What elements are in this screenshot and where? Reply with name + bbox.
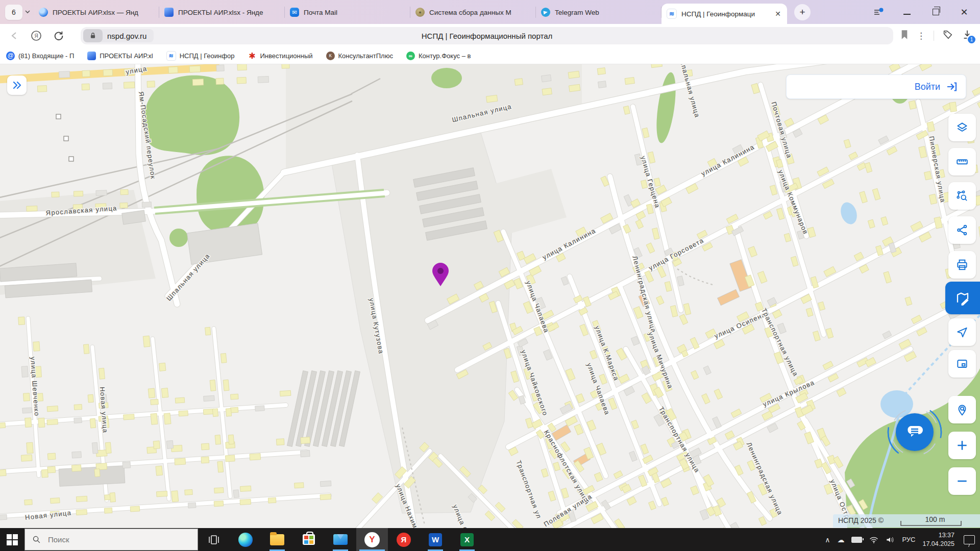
zoom-out-button[interactable] bbox=[948, 467, 976, 495]
start-button[interactable] bbox=[0, 528, 24, 551]
tab-label: ПРОЕКТЫ АИР.xlsx - Янде bbox=[178, 9, 280, 16]
bookmark-invest[interactable]: ✱Инвестиционный bbox=[248, 52, 312, 60]
collections-tag-icon[interactable] bbox=[942, 29, 953, 42]
kontur-icon: ∞ bbox=[406, 52, 415, 60]
taskbar-search[interactable] bbox=[24, 529, 198, 550]
yandex-app-icon[interactable]: Я bbox=[388, 528, 420, 551]
new-tab-button[interactable]: + bbox=[794, 4, 811, 20]
document-favicon bbox=[164, 8, 174, 17]
overview-frame-button[interactable] bbox=[948, 350, 976, 378]
window-controls: ✕ bbox=[873, 0, 980, 24]
mailru-at-icon: @ bbox=[6, 52, 15, 60]
bookmarks-bar: @(81) Входящие - П ПРОЕКТЫ АИР.xl ≋НСПД … bbox=[0, 47, 980, 64]
chat-bubble-icon bbox=[904, 422, 925, 442]
tab-label: ПРОЕКТЫ АИР.xlsx — Янд bbox=[53, 9, 154, 16]
telegram-favicon bbox=[541, 8, 550, 17]
bookmark-mailru[interactable]: @(81) Входящие - П bbox=[6, 52, 74, 60]
tab-label: Telegram Web bbox=[555, 9, 656, 16]
yandex-home-icon[interactable]: Я bbox=[29, 28, 44, 43]
nspd-favicon: ≋ bbox=[667, 9, 677, 19]
tab-projects-2[interactable]: ПРОЕКТЫ АИР.xlsx - Янде bbox=[159, 1, 285, 24]
coat-of-arms-favicon: ✶ bbox=[415, 8, 425, 17]
downloads-icon[interactable]: 1 bbox=[962, 29, 973, 42]
bookmark-label: Контур.Фокус – в bbox=[419, 52, 471, 60]
bookmark-label: ПРОЕКТЫ АИР.xl bbox=[100, 52, 153, 60]
tab-panel-icon[interactable] bbox=[873, 7, 884, 18]
tab-data-system[interactable]: ✶ Система сбора данных М bbox=[410, 1, 536, 24]
map-render: улицаЯм-Посадский переулокЯрославская ул… bbox=[0, 64, 980, 528]
ruler-button[interactable] bbox=[948, 148, 976, 176]
map-footer: НСПД 2025 © 100 m bbox=[833, 514, 980, 528]
object-search-button[interactable] bbox=[948, 182, 976, 210]
action-center-icon[interactable] bbox=[964, 535, 975, 544]
share-button[interactable] bbox=[948, 216, 976, 244]
tab-mail[interactable]: ✉ Почта Mail bbox=[285, 1, 410, 24]
bookmark-consultant[interactable]: ККонсультантПлюс bbox=[326, 52, 393, 60]
divider bbox=[934, 31, 934, 41]
language-indicator[interactable]: РУС bbox=[902, 536, 915, 543]
desktop: 6 ПРОЕКТЫ АИР.xlsx — Янд ПРОЕКТЫ АИР.xls… bbox=[0, 0, 980, 551]
maximize-button[interactable] bbox=[930, 7, 941, 18]
onedrive-icon[interactable]: ☁ bbox=[837, 536, 844, 544]
more-menu-icon[interactable]: ⋮ bbox=[917, 31, 925, 41]
print-button[interactable] bbox=[948, 251, 976, 279]
volume-icon[interactable] bbox=[886, 536, 895, 544]
svg-text:Я: Я bbox=[34, 33, 38, 39]
tab-close-icon[interactable]: ✕ bbox=[774, 10, 782, 18]
scale-bar: 100 m bbox=[897, 514, 973, 528]
tab-counter[interactable]: 6 bbox=[5, 5, 22, 20]
time: 13:37 bbox=[939, 532, 954, 539]
attribution: НСПД 2025 © bbox=[838, 516, 884, 524]
address-bar: Я nspd.gov.ru НСПД | Геоинформационный п… bbox=[0, 24, 980, 47]
search-pin-button[interactable] bbox=[948, 396, 976, 423]
bookmark-flag-icon[interactable] bbox=[900, 30, 909, 42]
back-icon[interactable] bbox=[7, 28, 22, 43]
clock[interactable]: 13:37 17.04.2025 bbox=[922, 531, 954, 548]
omnibox[interactable]: nspd.gov.ru НСПД | Геоинформационный пор… bbox=[81, 27, 893, 44]
bookmark-label: (81) Входящие - П bbox=[18, 52, 74, 60]
download-count-badge: 1 bbox=[967, 35, 976, 44]
tab-nspd-active[interactable]: ≋ НСПД | Геоинформаци ✕ bbox=[662, 4, 787, 24]
bookmark-kontur[interactable]: ∞Контур.Фокус – в bbox=[406, 52, 471, 60]
tray-chevron-icon[interactable]: ∧ bbox=[825, 536, 830, 544]
tab-label: НСПД | Геоинформаци bbox=[681, 10, 772, 18]
store-icon[interactable] bbox=[293, 528, 325, 551]
tab-projects-1[interactable]: ПРОЕКТЫ АИР.xlsx — Янд bbox=[34, 1, 159, 24]
task-view-button[interactable] bbox=[198, 528, 230, 551]
tab-list-chevron-icon[interactable] bbox=[24, 8, 31, 17]
search-icon bbox=[32, 535, 41, 544]
minimize-button[interactable] bbox=[901, 7, 913, 18]
layers-button[interactable] bbox=[948, 114, 976, 141]
login-panel[interactable]: Войти bbox=[786, 74, 966, 99]
edge-icon[interactable] bbox=[230, 528, 261, 551]
draw-layers-button[interactable] bbox=[945, 282, 980, 314]
mail-app-icon[interactable] bbox=[325, 528, 356, 551]
sidebar-expand-button[interactable] bbox=[7, 76, 27, 95]
wifi-icon[interactable] bbox=[869, 536, 878, 543]
excel-icon[interactable]: X bbox=[451, 528, 483, 551]
lock-icon[interactable] bbox=[83, 29, 103, 42]
map-canvas[interactable]: улицаЯм-Посадский переулокЯрославская ул… bbox=[0, 64, 980, 528]
file-explorer-icon[interactable] bbox=[261, 528, 293, 551]
close-button[interactable]: ✕ bbox=[959, 7, 970, 18]
yandex-browser-icon[interactable]: Y bbox=[356, 528, 388, 551]
chat-button[interactable] bbox=[896, 413, 934, 451]
navigate-button[interactable] bbox=[948, 318, 976, 346]
word-icon[interactable]: W bbox=[420, 528, 451, 551]
reload-icon[interactable] bbox=[51, 28, 66, 43]
url-chip[interactable]: nspd.gov.ru bbox=[83, 29, 154, 42]
tab-label: Система сбора данных М bbox=[429, 9, 531, 16]
tab-telegram[interactable]: Telegram Web bbox=[536, 1, 662, 24]
cube-icon bbox=[87, 52, 96, 60]
mail-favicon: ✉ bbox=[290, 8, 299, 17]
bookmark-nspd[interactable]: ≋НСПД | Геоинфор bbox=[166, 51, 235, 61]
login-button[interactable]: Войти bbox=[915, 82, 940, 92]
bookmark-label: КонсультантПлюс bbox=[338, 52, 393, 60]
spreadsheet-favicon bbox=[39, 8, 48, 17]
zoom-in-button[interactable] bbox=[948, 432, 976, 459]
windows-taskbar: Y Я W X ∧ ☁ РУС 13:37 17.04.2025 bbox=[0, 528, 980, 551]
bookmark-projects[interactable]: ПРОЕКТЫ АИР.xl bbox=[87, 52, 153, 60]
search-input[interactable] bbox=[47, 535, 177, 544]
battery-icon[interactable] bbox=[851, 537, 862, 543]
consultant-icon: К bbox=[326, 52, 335, 60]
